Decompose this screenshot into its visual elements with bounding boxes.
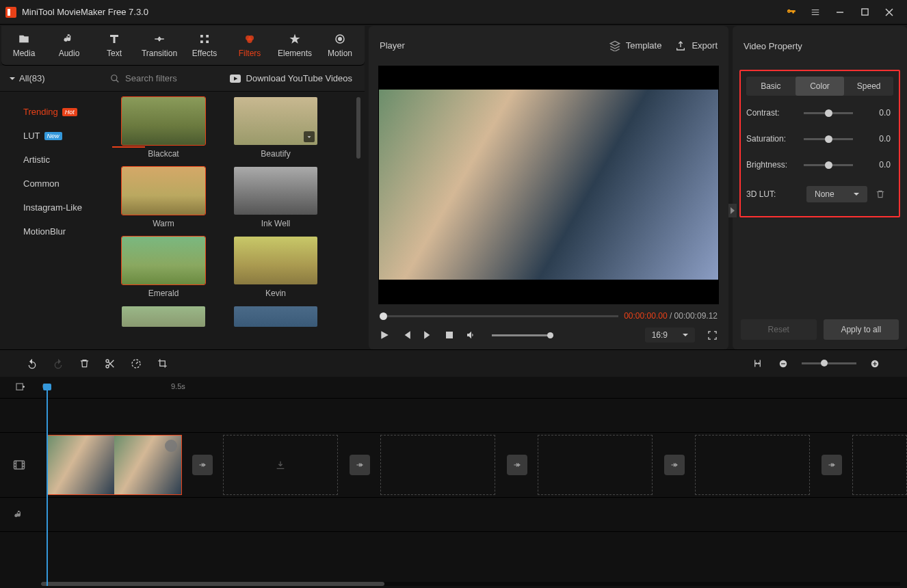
filter-inkwell[interactable]: Ink Well	[234, 167, 317, 234]
tab-speed[interactable]: Speed	[844, 77, 893, 96]
category-list: TrendingHot LUTNew Artistic Common Insta…	[0, 92, 103, 349]
seek-bar[interactable]: 00:00:00.00 / 00:00:09.12	[380, 311, 718, 321]
color-properties: Basic Color Speed Contrast: 0.0 Saturati…	[739, 70, 900, 217]
nav-media[interactable]: Media	[1, 26, 47, 65]
add-track-button[interactable]	[15, 382, 26, 393]
transition-slot[interactable]	[350, 455, 370, 475]
empty-slot[interactable]	[852, 435, 907, 495]
brightness-slider[interactable]	[804, 164, 853, 166]
transition-slot[interactable]	[821, 455, 842, 475]
scrollbar[interactable]	[356, 97, 360, 159]
fullscreen-button[interactable]	[707, 330, 718, 340]
category-instagram[interactable]: Instagram-Like	[23, 196, 103, 219]
maximize-button[interactable]	[852, 0, 877, 25]
volume-slider[interactable]	[492, 334, 553, 336]
overlay-track[interactable]	[0, 399, 907, 433]
aspect-ratio-select[interactable]: 16:9	[645, 328, 695, 343]
tab-color[interactable]: Color	[796, 77, 845, 96]
download-youtube-button[interactable]: Download YouTube Videos	[230, 73, 365, 83]
undo-button[interactable]	[19, 358, 45, 369]
filter-warm[interactable]: Warm	[122, 167, 205, 234]
title-bar: MiniTool MovieMaker Free 7.3.0	[0, 0, 907, 25]
reset-button[interactable]: Reset	[741, 319, 817, 340]
speed-button[interactable]	[123, 358, 149, 369]
trash-icon	[876, 189, 885, 199]
empty-slot[interactable]	[223, 435, 338, 495]
audio-track[interactable]	[0, 498, 907, 532]
nav-motion[interactable]: Motion	[317, 26, 363, 65]
filter-beautify[interactable]: Beautify	[234, 97, 317, 164]
category-trending[interactable]: TrendingHot	[23, 100, 103, 124]
play-button[interactable]	[380, 330, 389, 340]
zoom-slider[interactable]	[802, 362, 856, 364]
filter-kevin[interactable]: Kevin	[234, 237, 317, 304]
video-clip[interactable]	[47, 435, 182, 495]
apply-all-button[interactable]: Apply to all	[824, 319, 899, 340]
fit-button[interactable]	[744, 358, 770, 369]
video-track[interactable]	[0, 433, 907, 498]
template-button[interactable]: Template	[609, 40, 662, 51]
category-motionblur[interactable]: MotionBlur	[23, 219, 103, 243]
search-input[interactable]: Search filters	[99, 73, 230, 83]
property-footer: Reset Apply to all	[733, 310, 907, 349]
key-icon[interactable]	[778, 0, 803, 25]
crop-button[interactable]	[149, 358, 175, 369]
svg-rect-8	[446, 332, 453, 338]
collapse-button[interactable]	[728, 204, 737, 217]
zoom-in-button[interactable]	[862, 359, 888, 369]
empty-slot[interactable]	[538, 435, 653, 495]
redo-button[interactable]	[45, 358, 71, 369]
all-filters-button[interactable]: All(83)	[0, 73, 99, 83]
minimize-button[interactable]	[828, 0, 852, 25]
horizontal-scrollbar[interactable]	[41, 582, 900, 586]
player-title: Player	[380, 40, 596, 51]
split-button[interactable]	[97, 358, 123, 369]
empty-slot[interactable]	[380, 435, 495, 495]
contrast-slider[interactable]	[804, 112, 853, 114]
nav-effects[interactable]: Effects	[182, 26, 227, 65]
delete-lut-button[interactable]	[876, 189, 885, 199]
player-controls: 16:9	[369, 321, 728, 349]
filter-item[interactable]	[122, 306, 205, 327]
left-panel: Media Audio Text Transition Effects Filt…	[0, 25, 365, 349]
playhead[interactable]	[47, 388, 48, 586]
svg-rect-0	[861, 9, 867, 15]
filter-emerald[interactable]: Emerald	[122, 237, 205, 304]
nav-transition[interactable]: Transition	[137, 26, 182, 65]
export-button[interactable]: Export	[675, 40, 718, 51]
nav-audio[interactable]: Audio	[47, 26, 92, 65]
filter-grid: Blackcat Beautify Warm Ink Well Emerald …	[103, 92, 365, 349]
svg-point-6	[111, 75, 117, 80]
saturation-slider[interactable]	[804, 138, 853, 140]
clip-filter-badge	[165, 440, 177, 452]
close-button[interactable]	[877, 0, 902, 25]
next-frame-button[interactable]	[423, 330, 433, 340]
nav-text[interactable]: Text	[92, 26, 137, 65]
lut-dropdown[interactable]: None	[806, 186, 867, 202]
category-lut[interactable]: LUTNew	[23, 124, 103, 148]
transition-slot[interactable]	[664, 455, 685, 475]
zoom-out-button[interactable]	[770, 359, 796, 369]
nav-elements[interactable]: Elements	[272, 26, 317, 65]
timeline-toolbar	[0, 349, 907, 377]
transition-slot[interactable]	[507, 455, 527, 475]
transition-slot[interactable]	[192, 455, 213, 475]
delete-button[interactable]	[71, 358, 97, 369]
tab-basic[interactable]: Basic	[746, 77, 796, 96]
prev-frame-button[interactable]	[402, 330, 411, 340]
category-artistic[interactable]: Artistic	[23, 148, 103, 172]
menu-icon[interactable]	[803, 0, 828, 25]
nav-filters[interactable]: Filters	[227, 26, 272, 65]
search-icon	[110, 74, 120, 83]
timeline: 0s 9.5s	[0, 377, 907, 588]
volume-button[interactable]	[466, 330, 477, 340]
filter-blackcat[interactable]: Blackcat	[122, 97, 205, 164]
category-common[interactable]: Common	[23, 172, 103, 196]
preview-image	[379, 90, 718, 280]
player-panel: Player Template Export 00:00:00.00 / 00:…	[369, 26, 728, 349]
timeline-ruler[interactable]: 0s 9.5s	[0, 377, 907, 399]
stop-button[interactable]	[445, 331, 454, 339]
download-icon	[304, 131, 315, 142]
empty-slot[interactable]	[695, 435, 810, 495]
filter-item[interactable]	[234, 306, 317, 327]
